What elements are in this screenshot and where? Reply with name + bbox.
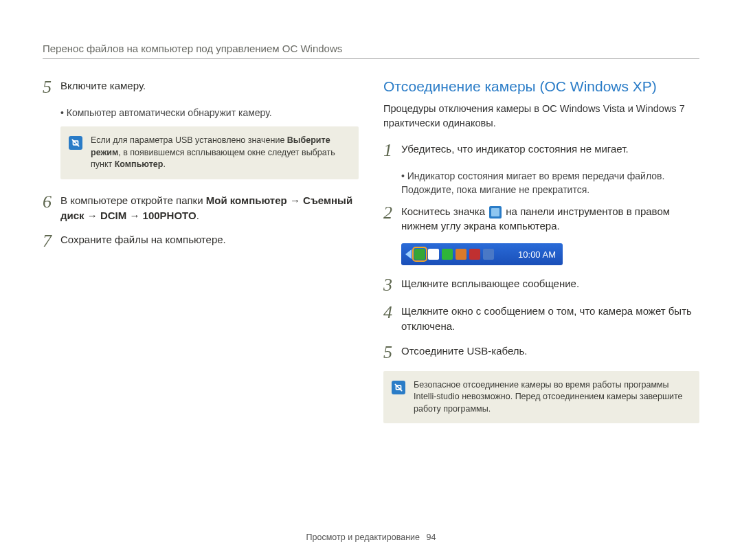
note-text: Безопасное отсоединение камеры во время … <box>414 379 690 416</box>
note-icon <box>69 136 82 150</box>
footer-page: 94 <box>426 533 436 542</box>
taskbar-tray <box>401 249 494 260</box>
step-number: 4 <box>383 304 401 334</box>
tray-expand-icon <box>405 249 412 259</box>
step-1: 1 Убедитесь, что индикатор состояния не … <box>383 142 699 159</box>
step2-pre: Коснитесь значка <box>401 205 488 217</box>
safely-remove-icon <box>489 206 502 219</box>
step-number: 7 <box>43 232 60 250</box>
tray-icon <box>428 249 439 260</box>
step6-pre: В компьютере откройте папки <box>60 194 206 206</box>
step-6: 6 В компьютере откройте папки Мой компью… <box>43 193 359 223</box>
note1-b2: Компьютер <box>115 159 164 169</box>
note-icon <box>392 381 405 394</box>
step-text: Сохраните файлы на компьютере. <box>60 232 359 250</box>
step-text: Включите камеру. <box>60 78 359 96</box>
step-number: 3 <box>383 276 401 294</box>
step-2: 2 Коснитесь значка на панели инструменто… <box>383 204 699 234</box>
volume-icon <box>469 249 480 260</box>
tray-icon <box>483 249 494 260</box>
step-number: 2 <box>383 204 401 234</box>
note1-pre: Если для параметра USB установлено значе… <box>91 135 287 145</box>
left-column: 5 Включите камеру. Компьютер автоматичес… <box>43 78 359 437</box>
page: Перенос файлов на компьютер под управлен… <box>0 0 742 560</box>
note-box-1: Если для параметра USB установлено значе… <box>60 126 359 179</box>
step-text: Отсоедините USB-кабель. <box>401 344 699 361</box>
tray-icon <box>456 249 466 260</box>
step6-post: . <box>196 210 199 221</box>
taskbar-clock: 10:00 AM <box>518 249 563 260</box>
page-header: Перенос файлов на компьютер под управлен… <box>43 43 699 54</box>
footer-section: Просмотр и редактирование <box>306 533 420 542</box>
note-text: Если для параметра USB установлено значе… <box>91 135 349 171</box>
step-number: 6 <box>43 193 60 223</box>
step-number: 1 <box>383 142 401 159</box>
step-5: 5 Включите камеру. <box>43 78 359 96</box>
note1-post: . <box>163 159 165 169</box>
step-3: 3 Щелкните всплывающее сообщение. <box>383 276 699 294</box>
step-5r: 5 Отсоедините USB-кабель. <box>383 344 699 361</box>
note-box-2: Безопасное отсоединение камеры во время … <box>383 371 699 424</box>
tray-icon <box>442 249 453 260</box>
step-1-sub: Индикатор состояния мигает во время пере… <box>401 169 699 197</box>
step-5-sub: Компьютер автоматически обнаружит камеру… <box>60 106 359 120</box>
right-column: Отсоединение камеры (ОС Windows XP) Проц… <box>383 78 699 437</box>
step-number: 5 <box>43 78 60 96</box>
step-number: 5 <box>383 344 401 361</box>
step-7: 7 Сохраните файлы на компьютере. <box>43 232 359 250</box>
step-text: В компьютере откройте папки Мой компьюте… <box>60 193 359 223</box>
step-text: Коснитесь значка на панели инструментов … <box>401 204 699 234</box>
step-text: Щелкните всплывающее сообщение. <box>401 276 699 294</box>
section-intro: Процедуры отключения камеры в ОС Windows… <box>383 102 699 131</box>
header-divider <box>43 58 699 59</box>
xp-taskbar: 10:00 AM <box>401 243 563 265</box>
safely-remove-hardware-icon <box>414 249 425 260</box>
columns: 5 Включите камеру. Компьютер автоматичес… <box>43 78 699 437</box>
step-text: Щелкните окно с сообщением о том, что ка… <box>401 304 699 334</box>
step-text: Убедитесь, что индикатор состояния не ми… <box>401 142 699 159</box>
page-footer: Просмотр и редактирование 94 <box>0 533 742 542</box>
section-heading: Отсоединение камеры (ОС Windows XP) <box>383 78 699 95</box>
step-4: 4 Щелкните окно с сообщением о том, что … <box>383 304 699 334</box>
